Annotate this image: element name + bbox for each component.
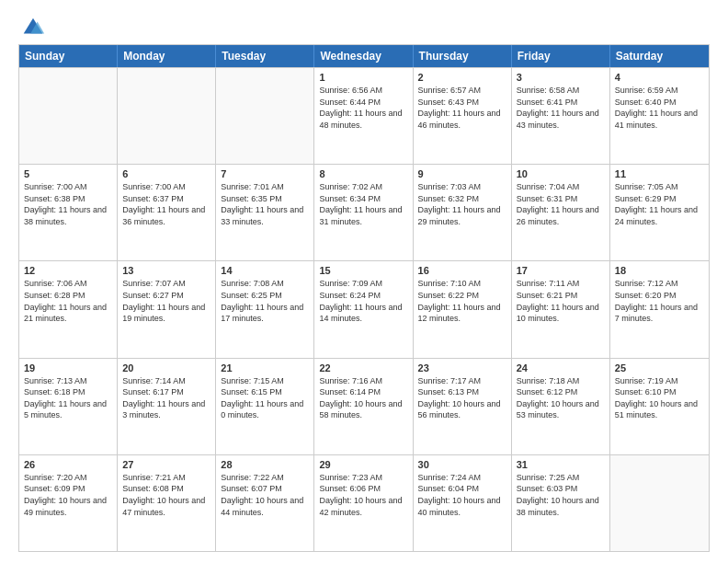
day-number: 6 [122,168,210,179]
day-number: 15 [319,265,407,276]
calendar-header-cell: Wednesday [314,45,413,67]
calendar-cell: 9Sunrise: 7:03 AMSunset: 6:32 PMDaylight… [414,165,512,260]
calendar-cell: 27Sunrise: 7:21 AMSunset: 6:08 PMDayligh… [118,455,216,551]
day-number: 11 [615,168,704,179]
calendar-header-cell: Sunday [19,45,118,67]
calendar-cell: 21Sunrise: 7:15 AMSunset: 6:15 PMDayligh… [216,359,314,454]
day-info: Sunrise: 7:17 AMSunset: 6:13 PMDaylight:… [418,375,506,421]
day-number: 27 [122,459,210,470]
day-number: 29 [319,459,407,470]
day-number: 25 [615,362,704,373]
calendar-row: 19Sunrise: 7:13 AMSunset: 6:18 PMDayligh… [19,358,709,454]
day-info: Sunrise: 7:11 AMSunset: 6:21 PMDaylight:… [517,278,605,324]
day-number: 12 [24,265,112,276]
day-number: 1 [319,72,407,83]
calendar-header-cell: Thursday [414,45,512,67]
calendar-row: 26Sunrise: 7:20 AMSunset: 6:09 PMDayligh… [19,454,709,551]
day-info: Sunrise: 7:21 AMSunset: 6:08 PMDaylight:… [122,472,210,518]
calendar-header-cell: Monday [118,45,216,67]
day-number: 14 [221,265,309,276]
header [18,15,710,37]
calendar-cell: 13Sunrise: 7:07 AMSunset: 6:27 PMDayligh… [118,261,216,357]
calendar-cell: 22Sunrise: 7:16 AMSunset: 6:14 PMDayligh… [314,359,413,454]
day-info: Sunrise: 6:57 AMSunset: 6:43 PMDaylight:… [418,85,506,131]
calendar-cell: 19Sunrise: 7:13 AMSunset: 6:18 PMDayligh… [19,359,118,454]
day-info: Sunrise: 7:04 AMSunset: 6:31 PMDaylight:… [517,181,605,227]
day-info: Sunrise: 7:18 AMSunset: 6:12 PMDaylight:… [517,375,605,421]
calendar-cell: 3Sunrise: 6:58 AMSunset: 6:41 PMDaylight… [512,68,610,164]
calendar-cell: 10Sunrise: 7:04 AMSunset: 6:31 PMDayligh… [512,165,610,260]
day-number: 3 [517,72,605,83]
day-number: 18 [615,265,704,276]
calendar-header-cell: Saturday [610,45,709,67]
calendar-cell: 18Sunrise: 7:12 AMSunset: 6:20 PMDayligh… [610,261,709,357]
day-info: Sunrise: 7:25 AMSunset: 6:03 PMDaylight:… [517,472,605,518]
day-number: 2 [418,72,506,83]
page: SundayMondayTuesdayWednesdayThursdayFrid… [0,0,728,563]
day-info: Sunrise: 7:07 AMSunset: 6:27 PMDaylight:… [122,278,210,324]
calendar-cell: 12Sunrise: 7:06 AMSunset: 6:28 PMDayligh… [19,261,118,357]
day-number: 8 [319,168,407,179]
calendar-cell: 28Sunrise: 7:22 AMSunset: 6:07 PMDayligh… [216,455,314,551]
day-info: Sunrise: 6:58 AMSunset: 6:41 PMDaylight:… [517,85,605,131]
day-info: Sunrise: 7:09 AMSunset: 6:24 PMDaylight:… [319,278,407,324]
day-info: Sunrise: 7:00 AMSunset: 6:37 PMDaylight:… [122,181,210,227]
logo-icon [20,15,46,40]
calendar-row: 12Sunrise: 7:06 AMSunset: 6:28 PMDayligh… [19,260,709,357]
day-number: 16 [418,265,506,276]
calendar-cell: 15Sunrise: 7:09 AMSunset: 6:24 PMDayligh… [314,261,413,357]
day-number: 22 [319,362,407,373]
logo [18,15,46,37]
calendar-cell: 5Sunrise: 7:00 AMSunset: 6:38 PMDaylight… [19,165,118,260]
calendar-cell [216,68,314,164]
calendar-cell: 16Sunrise: 7:10 AMSunset: 6:22 PMDayligh… [414,261,512,357]
calendar-header-row: SundayMondayTuesdayWednesdayThursdayFrid… [19,45,709,67]
calendar-cell: 14Sunrise: 7:08 AMSunset: 6:25 PMDayligh… [216,261,314,357]
day-number: 5 [24,168,112,179]
calendar-cell: 17Sunrise: 7:11 AMSunset: 6:21 PMDayligh… [512,261,610,357]
day-info: Sunrise: 7:24 AMSunset: 6:04 PMDaylight:… [418,472,506,518]
calendar-cell: 4Sunrise: 6:59 AMSunset: 6:40 PMDaylight… [610,68,709,164]
day-info: Sunrise: 7:03 AMSunset: 6:32 PMDaylight:… [418,181,506,227]
day-number: 4 [615,72,704,83]
day-info: Sunrise: 7:16 AMSunset: 6:14 PMDaylight:… [319,375,407,421]
calendar-header-cell: Tuesday [216,45,314,67]
day-info: Sunrise: 7:15 AMSunset: 6:15 PMDaylight:… [221,375,309,421]
day-number: 20 [122,362,210,373]
day-number: 7 [221,168,309,179]
calendar-cell: 7Sunrise: 7:01 AMSunset: 6:35 PMDaylight… [216,165,314,260]
calendar-cell [19,68,118,164]
calendar-cell [118,68,216,164]
day-number: 13 [122,265,210,276]
day-info: Sunrise: 7:14 AMSunset: 6:17 PMDaylight:… [122,375,210,421]
calendar-cell: 24Sunrise: 7:18 AMSunset: 6:12 PMDayligh… [512,359,610,454]
day-number: 26 [24,459,112,470]
day-number: 21 [221,362,309,373]
day-info: Sunrise: 7:23 AMSunset: 6:06 PMDaylight:… [319,472,407,518]
calendar-cell: 30Sunrise: 7:24 AMSunset: 6:04 PMDayligh… [414,455,512,551]
day-number: 19 [24,362,112,373]
calendar-cell: 29Sunrise: 7:23 AMSunset: 6:06 PMDayligh… [314,455,413,551]
day-number: 23 [418,362,506,373]
calendar-cell: 31Sunrise: 7:25 AMSunset: 6:03 PMDayligh… [512,455,610,551]
day-info: Sunrise: 7:00 AMSunset: 6:38 PMDaylight:… [24,181,112,227]
calendar-cell [610,455,709,551]
calendar: SundayMondayTuesdayWednesdayThursdayFrid… [18,44,710,552]
day-info: Sunrise: 6:56 AMSunset: 6:44 PMDaylight:… [319,85,407,131]
day-info: Sunrise: 7:20 AMSunset: 6:09 PMDaylight:… [24,472,112,518]
day-info: Sunrise: 7:12 AMSunset: 6:20 PMDaylight:… [615,278,704,324]
calendar-cell: 23Sunrise: 7:17 AMSunset: 6:13 PMDayligh… [414,359,512,454]
calendar-cell: 8Sunrise: 7:02 AMSunset: 6:34 PMDaylight… [314,165,413,260]
day-info: Sunrise: 7:10 AMSunset: 6:22 PMDaylight:… [418,278,506,324]
day-info: Sunrise: 7:05 AMSunset: 6:29 PMDaylight:… [615,181,704,227]
day-info: Sunrise: 7:13 AMSunset: 6:18 PMDaylight:… [24,375,112,421]
calendar-row: 5Sunrise: 7:00 AMSunset: 6:38 PMDaylight… [19,164,709,260]
day-info: Sunrise: 7:01 AMSunset: 6:35 PMDaylight:… [221,181,309,227]
calendar-cell: 20Sunrise: 7:14 AMSunset: 6:17 PMDayligh… [118,359,216,454]
calendar-cell: 6Sunrise: 7:00 AMSunset: 6:37 PMDaylight… [118,165,216,260]
day-info: Sunrise: 7:22 AMSunset: 6:07 PMDaylight:… [221,472,309,518]
day-info: Sunrise: 6:59 AMSunset: 6:40 PMDaylight:… [615,85,704,131]
day-number: 10 [517,168,605,179]
calendar-cell: 26Sunrise: 7:20 AMSunset: 6:09 PMDayligh… [19,455,118,551]
day-number: 24 [517,362,605,373]
